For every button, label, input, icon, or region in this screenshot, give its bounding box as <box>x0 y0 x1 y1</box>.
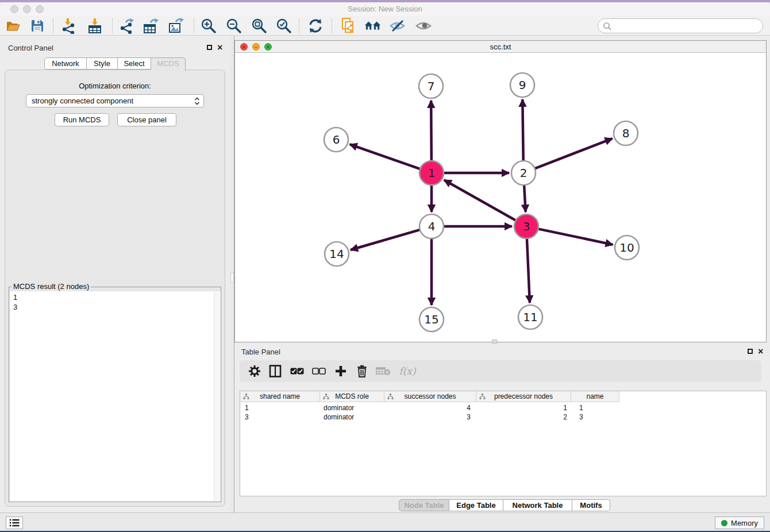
toolbar-separator <box>53 18 53 33</box>
delete-table-icon <box>376 366 391 376</box>
delete-column-button[interactable] <box>354 363 370 379</box>
float-panel-icon[interactable] <box>207 45 212 50</box>
window-titlebar[interactable]: Session: New Session <box>0 2 770 16</box>
save-session-button[interactable] <box>29 18 46 34</box>
open-session-button[interactable] <box>5 18 22 34</box>
close-panel-icon[interactable]: × <box>758 348 763 355</box>
table-row[interactable]: 3 dominator 3 2 3 <box>240 413 766 422</box>
column-header-shared-name[interactable]: shared name <box>240 391 320 402</box>
graph-edge-1-6[interactable] <box>350 144 421 169</box>
splitter-handle[interactable] <box>230 272 234 283</box>
mcds-result-text[interactable]: 1 3 <box>10 291 221 502</box>
zoom-fit-button[interactable] <box>251 18 268 34</box>
show-all-button[interactable] <box>415 18 432 34</box>
import-network-button[interactable] <box>60 18 77 34</box>
criterion-dropdown[interactable]: strongly connected component <box>26 94 204 107</box>
minimize-window-button[interactable] <box>23 5 31 13</box>
run-mcds-button[interactable]: Run MCDS <box>55 113 109 126</box>
graph-edges <box>350 99 613 305</box>
fx-icon: f(x) <box>399 365 415 377</box>
tab-mcds[interactable]: MCDS <box>151 57 186 71</box>
graph-edge-2-8[interactable] <box>535 138 613 168</box>
show-column-button[interactable] <box>267 363 283 379</box>
network-minimize-button[interactable]: − <box>252 43 260 51</box>
sitemap-icon <box>323 394 329 400</box>
graph-node-label-4: 4 <box>428 219 436 233</box>
import-table-button[interactable] <box>86 18 103 34</box>
tab-node-table[interactable]: Node Table <box>399 499 449 511</box>
function-builder-button[interactable]: f(x) <box>396 363 419 379</box>
export-table-button[interactable] <box>142 18 159 34</box>
delete-table-button[interactable] <box>375 363 391 379</box>
network-close-button[interactable]: × <box>240 43 248 51</box>
refresh-layout-button[interactable] <box>307 18 324 34</box>
zoom-window-button[interactable] <box>36 5 44 13</box>
export-image-button[interactable] <box>167 18 184 34</box>
close-window-button[interactable] <box>10 5 18 13</box>
graph-edge-3-1[interactable] <box>444 180 516 220</box>
column-header-mcds-role[interactable]: MCDS role <box>320 391 384 402</box>
gear-icon <box>248 365 261 377</box>
graph-edge-1-7[interactable] <box>431 101 432 161</box>
graph-edge-2-9[interactable] <box>522 99 523 161</box>
clone-network-button[interactable] <box>339 18 356 34</box>
network-maximize-button[interactable]: + <box>264 43 272 51</box>
clone-network-icon <box>340 17 356 34</box>
column-header-successor-nodes[interactable]: successor nodes <box>384 391 476 402</box>
deselect-all-columns-button[interactable] <box>311 363 327 379</box>
task-history-button[interactable] <box>6 516 23 529</box>
mcds-panel: Optimization criterion: strongly connect… <box>5 70 225 507</box>
search-icon <box>603 22 612 31</box>
float-panel-icon[interactable] <box>748 349 753 354</box>
columns-icon <box>269 365 282 377</box>
table-tabs: Node Table Edge Table Network Table Moti… <box>399 499 610 512</box>
zoom-selected-button[interactable] <box>275 18 292 34</box>
select-all-columns-button[interactable] <box>289 363 305 379</box>
settings-gear-button[interactable] <box>247 363 263 379</box>
column-header-predecessor-nodes[interactable]: predecessor nodes <box>476 391 571 402</box>
tab-motifs[interactable]: Motifs <box>572 499 610 511</box>
control-panel-title: Control Panel <box>8 44 53 52</box>
cell-mcds-role: dominator <box>324 403 381 413</box>
memory-button[interactable]: Memory <box>715 516 764 529</box>
graph-edge-3-10[interactable] <box>538 229 613 244</box>
network-window-titlebar[interactable]: × − + scc.txt <box>235 41 766 53</box>
window-title: Session: New Session <box>0 2 770 16</box>
close-panel-button[interactable]: Close panel <box>117 113 176 126</box>
app-window: Session: New Session <box>0 2 770 531</box>
result-scrollbar[interactable] <box>214 291 220 502</box>
graph-node-label-15: 15 <box>424 313 438 326</box>
zoom-fit-icon <box>251 18 267 34</box>
graph-edge-3-11[interactable] <box>527 238 530 303</box>
table-row[interactable]: 1 dominator 4 1 1 <box>240 403 766 413</box>
plus-icon <box>335 365 346 377</box>
vertical-splitter[interactable] <box>230 36 234 515</box>
tab-edge-table[interactable]: Edge Table <box>449 499 503 511</box>
zoom-in-button[interactable] <box>200 18 217 34</box>
column-label: successor nodes <box>404 392 456 400</box>
graph-edge-4-14[interactable] <box>351 230 420 250</box>
tab-network-table[interactable]: Network Table <box>503 499 572 511</box>
network-graph-canvas[interactable]: 7968124314101511 <box>235 53 766 342</box>
main-toolbar <box>0 16 770 36</box>
toolbar-separator <box>112 18 113 33</box>
graph-edge-2-3[interactable] <box>524 185 526 212</box>
export-network-button[interactable] <box>118 18 135 34</box>
search-input[interactable] <box>598 18 763 33</box>
nested-networks-button[interactable] <box>364 18 382 34</box>
column-header-name[interactable]: name <box>571 391 619 402</box>
control-panel-tabs: Network Style Select MCDS <box>44 57 186 70</box>
network-view-window: × − + scc.txt 7968124314101511 <box>234 40 767 342</box>
close-panel-icon[interactable]: × <box>217 44 222 51</box>
import-table-icon <box>87 18 103 34</box>
horizontal-splitter-handle[interactable] <box>492 340 497 344</box>
cell-name: 1 <box>579 403 619 413</box>
zoom-out-button[interactable] <box>225 18 242 34</box>
open-folder-icon <box>6 19 21 33</box>
tab-select[interactable]: Select <box>118 57 151 70</box>
tab-network[interactable]: Network <box>44 57 87 70</box>
add-column-button[interactable] <box>333 363 349 379</box>
hide-selected-button[interactable] <box>389 18 406 34</box>
tab-style[interactable]: Style <box>87 57 118 70</box>
table-panel: Table Panel × <box>234 344 767 514</box>
